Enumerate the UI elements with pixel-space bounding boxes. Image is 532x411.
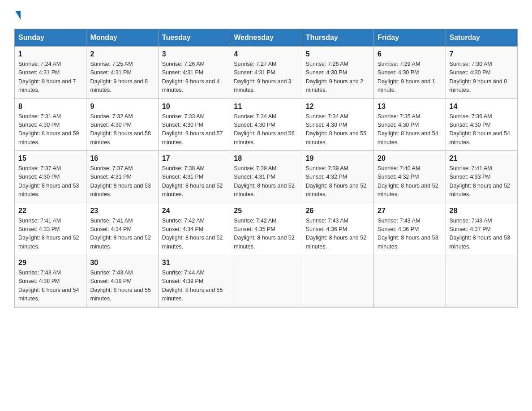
day-info: Sunrise: 7:26 AMSunset: 4:31 PMDaylight:… [162,60,226,95]
calendar-cell: 25 Sunrise: 7:42 AMSunset: 4:35 PMDaylig… [230,203,302,255]
day-info: Sunrise: 7:36 AMSunset: 4:30 PMDaylight:… [450,112,514,147]
day-number: 5 [306,50,370,58]
calendar-cell [374,255,446,308]
day-number: 29 [18,259,82,267]
calendar-cell: 4 Sunrise: 7:27 AMSunset: 4:31 PMDayligh… [230,47,302,99]
calendar-cell: 14 Sunrise: 7:36 AMSunset: 4:30 PMDaylig… [446,98,517,151]
calendar-cell: 12 Sunrise: 7:34 AMSunset: 4:30 PMDaylig… [302,98,373,151]
day-info: Sunrise: 7:44 AMSunset: 4:39 PMDaylight:… [162,269,226,304]
calendar-cell: 31 Sunrise: 7:44 AMSunset: 4:39 PMDaylig… [158,255,230,308]
calendar-cell: 8 Sunrise: 7:31 AMSunset: 4:30 PMDayligh… [15,98,86,151]
column-header-sunday: Sunday [15,29,86,47]
calendar-cell: 2 Sunrise: 7:25 AMSunset: 4:31 PMDayligh… [86,47,158,99]
day-info: Sunrise: 7:38 AMSunset: 4:31 PMDaylight:… [162,164,226,199]
day-info: Sunrise: 7:30 AMSunset: 4:30 PMDaylight:… [450,60,514,95]
day-number: 13 [378,103,442,111]
logo [14,11,21,20]
calendar-cell: 29 Sunrise: 7:43 AMSunset: 4:38 PMDaylig… [15,255,86,308]
day-number: 10 [162,103,226,111]
day-info: Sunrise: 7:41 AMSunset: 4:33 PMDaylight:… [450,164,514,199]
day-number: 8 [18,103,82,111]
calendar-cell [302,255,373,308]
day-info: Sunrise: 7:37 AMSunset: 4:31 PMDaylight:… [90,164,154,199]
day-number: 24 [162,207,226,215]
page-header [14,11,518,20]
day-info: Sunrise: 7:25 AMSunset: 4:31 PMDaylight:… [90,60,154,95]
day-number: 15 [18,154,82,163]
calendar-cell: 6 Sunrise: 7:29 AMSunset: 4:30 PMDayligh… [374,47,446,99]
day-number: 1 [18,50,82,58]
day-number: 21 [450,154,514,163]
calendar-cell: 15 Sunrise: 7:37 AMSunset: 4:30 PMDaylig… [15,151,86,203]
calendar-cell: 28 Sunrise: 7:43 AMSunset: 4:37 PMDaylig… [446,203,517,255]
day-info: Sunrise: 7:43 AMSunset: 4:39 PMDaylight:… [90,269,154,304]
calendar-cell: 17 Sunrise: 7:38 AMSunset: 4:31 PMDaylig… [158,151,230,203]
calendar-cell: 26 Sunrise: 7:43 AMSunset: 4:36 PMDaylig… [302,203,373,255]
day-number: 23 [90,207,154,215]
day-info: Sunrise: 7:42 AMSunset: 4:34 PMDaylight:… [162,217,226,252]
calendar-week-5: 29 Sunrise: 7:43 AMSunset: 4:38 PMDaylig… [15,255,518,308]
calendar-cell: 16 Sunrise: 7:37 AMSunset: 4:31 PMDaylig… [86,151,158,203]
calendar-cell: 24 Sunrise: 7:42 AMSunset: 4:34 PMDaylig… [158,203,230,255]
day-number: 11 [234,103,298,111]
day-info: Sunrise: 7:39 AMSunset: 4:32 PMDaylight:… [306,164,370,199]
calendar-cell: 19 Sunrise: 7:39 AMSunset: 4:32 PMDaylig… [302,151,373,203]
day-info: Sunrise: 7:24 AMSunset: 4:31 PMDaylight:… [18,60,82,95]
day-number: 18 [234,154,298,163]
day-number: 9 [90,103,154,111]
day-number: 28 [450,207,514,215]
day-number: 27 [378,207,442,215]
calendar-cell: 13 Sunrise: 7:35 AMSunset: 4:30 PMDaylig… [374,98,446,151]
day-info: Sunrise: 7:41 AMSunset: 4:34 PMDaylight:… [90,217,154,252]
calendar-week-3: 15 Sunrise: 7:37 AMSunset: 4:30 PMDaylig… [15,151,518,203]
day-info: Sunrise: 7:34 AMSunset: 4:30 PMDaylight:… [306,112,370,147]
column-header-wednesday: Wednesday [230,29,302,47]
logo-arrow-icon [15,11,21,20]
day-info: Sunrise: 7:28 AMSunset: 4:30 PMDaylight:… [306,60,370,95]
day-number: 20 [378,154,442,163]
calendar-cell: 18 Sunrise: 7:39 AMSunset: 4:31 PMDaylig… [230,151,302,203]
column-header-tuesday: Tuesday [158,29,230,47]
day-number: 19 [306,154,370,163]
day-number: 14 [450,103,514,111]
calendar-cell: 11 Sunrise: 7:34 AMSunset: 4:30 PMDaylig… [230,98,302,151]
calendar-cell: 22 Sunrise: 7:41 AMSunset: 4:33 PMDaylig… [15,203,86,255]
calendar-table: SundayMondayTuesdayWednesdayThursdayFrid… [14,29,518,308]
calendar-week-1: 1 Sunrise: 7:24 AMSunset: 4:31 PMDayligh… [15,47,518,99]
calendar-cell: 1 Sunrise: 7:24 AMSunset: 4:31 PMDayligh… [15,47,86,99]
day-info: Sunrise: 7:32 AMSunset: 4:30 PMDaylight:… [90,112,154,147]
calendar-header-row: SundayMondayTuesdayWednesdayThursdayFrid… [15,29,518,47]
day-number: 16 [90,154,154,163]
day-info: Sunrise: 7:43 AMSunset: 4:37 PMDaylight:… [450,217,514,252]
calendar-cell: 3 Sunrise: 7:26 AMSunset: 4:31 PMDayligh… [158,47,230,99]
day-number: 12 [306,103,370,111]
day-number: 2 [90,50,154,58]
day-info: Sunrise: 7:43 AMSunset: 4:36 PMDaylight:… [378,217,442,252]
day-info: Sunrise: 7:43 AMSunset: 4:38 PMDaylight:… [18,269,82,304]
calendar-cell: 5 Sunrise: 7:28 AMSunset: 4:30 PMDayligh… [302,47,373,99]
calendar-cell: 30 Sunrise: 7:43 AMSunset: 4:39 PMDaylig… [86,255,158,308]
day-info: Sunrise: 7:35 AMSunset: 4:30 PMDaylight:… [378,112,442,147]
day-info: Sunrise: 7:43 AMSunset: 4:36 PMDaylight:… [306,217,370,252]
day-info: Sunrise: 7:27 AMSunset: 4:31 PMDaylight:… [234,60,298,95]
day-info: Sunrise: 7:42 AMSunset: 4:35 PMDaylight:… [234,217,298,252]
calendar-cell [446,255,517,308]
calendar-cell: 21 Sunrise: 7:41 AMSunset: 4:33 PMDaylig… [446,151,517,203]
day-info: Sunrise: 7:33 AMSunset: 4:30 PMDaylight:… [162,112,226,147]
calendar-cell: 23 Sunrise: 7:41 AMSunset: 4:34 PMDaylig… [86,203,158,255]
column-header-monday: Monday [86,29,158,47]
calendar-cell: 7 Sunrise: 7:30 AMSunset: 4:30 PMDayligh… [446,47,517,99]
calendar-cell: 20 Sunrise: 7:40 AMSunset: 4:32 PMDaylig… [374,151,446,203]
day-number: 4 [234,50,298,58]
calendar-cell: 10 Sunrise: 7:33 AMSunset: 4:30 PMDaylig… [158,98,230,151]
day-info: Sunrise: 7:34 AMSunset: 4:30 PMDaylight:… [234,112,298,147]
day-info: Sunrise: 7:31 AMSunset: 4:30 PMDaylight:… [18,112,82,147]
day-info: Sunrise: 7:39 AMSunset: 4:31 PMDaylight:… [234,164,298,199]
day-number: 25 [234,207,298,215]
day-number: 30 [90,259,154,267]
day-number: 26 [306,207,370,215]
day-number: 17 [162,154,226,163]
calendar-cell [230,255,302,308]
calendar-week-2: 8 Sunrise: 7:31 AMSunset: 4:30 PMDayligh… [15,98,518,151]
day-number: 22 [18,207,82,215]
